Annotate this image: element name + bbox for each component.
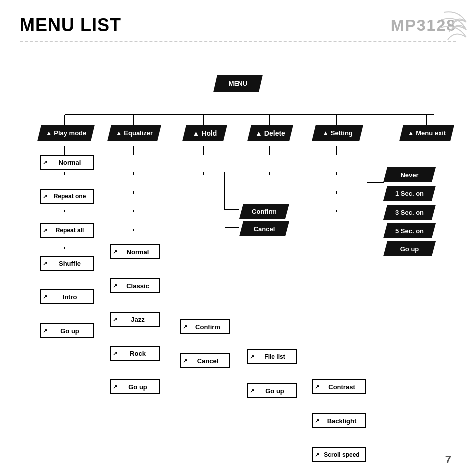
eq-normal: Normal xyxy=(110,244,160,259)
delete-file-list: File list xyxy=(247,349,297,364)
hold-sub-cancel: Cancel xyxy=(239,221,289,236)
bottom-divider xyxy=(20,451,456,451)
menu-diagram: MENU ▲ Play mode ▲ Equalizer ▲ Hold ▲ De… xyxy=(0,65,476,404)
eq-rock: Rock xyxy=(110,346,160,361)
equalizer-node: ▲ Equalizer xyxy=(107,125,161,141)
delete-go-up: Go up xyxy=(247,383,297,398)
play-mode-repeat-one: Repeat one xyxy=(40,189,94,204)
menu-exit-node: ▲ Menu exit xyxy=(399,125,454,141)
setting-node: ▲ Setting xyxy=(312,125,363,141)
page-title: MENU LIST xyxy=(20,15,121,36)
eq-jazz: Jazz xyxy=(110,312,160,327)
hold-node: ▲ Hold xyxy=(182,125,227,141)
logo-decoration xyxy=(434,7,469,42)
hold-sub-confirm: Confirm xyxy=(239,204,289,219)
backlight-5sec: 5 Sec. on xyxy=(383,223,436,238)
play-mode-node: ▲ Play mode xyxy=(37,125,95,141)
backlight-never: Never xyxy=(383,167,436,182)
page-number: 7 xyxy=(445,453,451,466)
eq-classic: Classic xyxy=(110,278,160,293)
eq-go-up: Go up xyxy=(110,379,160,394)
backlight-go-up: Go up xyxy=(383,241,436,256)
setting-contrast: Contrast xyxy=(312,379,366,394)
play-mode-intro: Intro xyxy=(40,289,94,304)
backlight-3sec: 3 Sec. on xyxy=(383,205,436,220)
play-mode-shuffle: Shuffle xyxy=(40,256,94,271)
menu-root-node: MENU xyxy=(213,75,263,92)
play-mode-go-up: Go up xyxy=(40,323,94,338)
backlight-1sec: 1 Sec. on xyxy=(383,186,436,201)
setting-scroll-speed: Scroll speed xyxy=(312,447,366,462)
hold-cancel: Cancel xyxy=(180,353,230,368)
play-mode-normal: Normal xyxy=(40,155,94,170)
setting-backlight: Backlight xyxy=(312,413,366,428)
hold-confirm: Confirm xyxy=(180,319,230,334)
header-divider xyxy=(20,41,456,42)
play-mode-repeat-all: Repeat all xyxy=(40,223,94,238)
delete-node: ▲ Delete xyxy=(247,125,293,141)
